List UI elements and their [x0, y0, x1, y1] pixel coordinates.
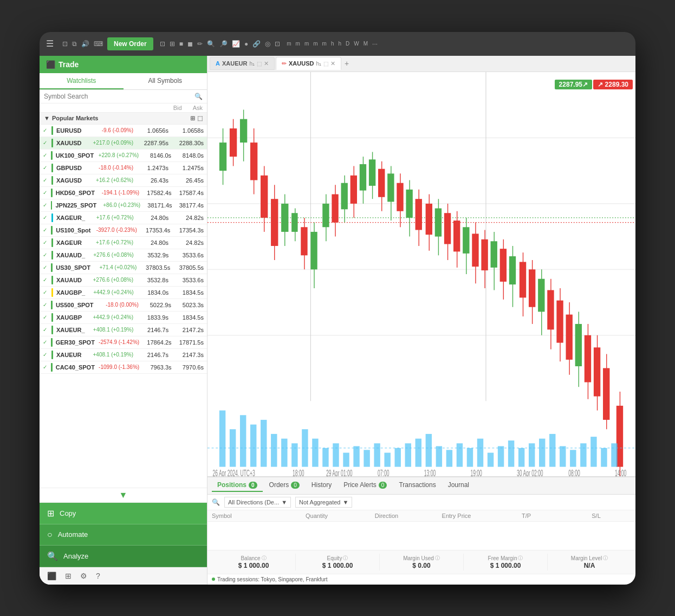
tab-history[interactable]: History [306, 479, 337, 492]
svg-rect-117 [467, 448, 473, 466]
timeframe-m2[interactable]: m [296, 41, 300, 47]
tab-price-alerts[interactable]: Price Alerts 0 [338, 479, 392, 492]
symbol-row[interactable]: ✓ XAUEUR +408.1 (+0.19%) 2146.7s 2147.3s [40, 349, 207, 361]
symbol-row[interactable]: ✓ EURUSD -9.6 (-0.09%) 1.0656s 1.0658s [40, 125, 207, 137]
symbol-row[interactable]: ✓ GER30_SPOT -2574.9 (-1.42%) 17864.2s 1… [40, 336, 207, 349]
expand-icon[interactable]: ⬚ [197, 115, 203, 122]
keyboard-icon[interactable]: ⌨ [94, 40, 103, 48]
tab-watchlists[interactable]: Watchlists [40, 73, 124, 89]
trade-icon: ⬛ [46, 60, 55, 69]
timeframe-m3[interactable]: m [304, 41, 309, 47]
symbol-row[interactable]: ✓ XAUAUD +276.6 (+0.08%) 3532.8s 3533.6s [40, 274, 207, 287]
timeframe-w[interactable]: W [354, 41, 359, 47]
symbol-row[interactable]: ✓ US100_Spot -3927.0 (-0.23%) 17353.4s 1… [40, 224, 207, 237]
timeframe-h[interactable]: h [331, 41, 334, 47]
tab-positions[interactable]: Positions 0 [212, 479, 263, 492]
scroll-down-arrow[interactable]: ▼ [40, 488, 207, 502]
svg-rect-99 [281, 438, 287, 466]
add-chart-tab[interactable]: + [342, 59, 351, 68]
close-icon-1[interactable]: ✕ [330, 60, 335, 67]
indicator-icon[interactable]: 📈 [232, 40, 240, 48]
symbol-row[interactable]: ✓ XAUEUR_ +408.1 (+0.19%) 2146.7s 2147.2… [40, 324, 207, 336]
detach-icon-0[interactable]: ⬚ [257, 61, 262, 67]
positions-badge: 0 [249, 482, 257, 489]
chart-type-icon[interactable]: ⊞ [65, 572, 72, 580]
search-icon[interactable]: 🔍 [194, 93, 203, 100]
timeframe-m1[interactable]: m [287, 41, 291, 47]
info-icon[interactable]: ⓘ [603, 555, 608, 562]
timeframe-m4[interactable]: m [313, 41, 317, 47]
close-icon-0[interactable]: ✕ [264, 60, 269, 67]
volume-icon[interactable]: 🔊 [81, 40, 89, 48]
eye-icon[interactable]: ◎ [265, 40, 270, 48]
help-icon[interactable]: ? [96, 572, 100, 580]
search-input[interactable] [44, 93, 192, 100]
chart-tab-xaueur[interactable]: A XAUEUR h₁ ⬚ ✕ [210, 57, 275, 70]
symbol-row[interactable]: ✓ XAUGBP_ +442.9 (+0.24%) 1834.0s 1834.5… [40, 287, 207, 299]
timeframe-m5[interactable]: m [322, 41, 327, 47]
tab-journal[interactable]: Journal [443, 479, 475, 492]
more-icon[interactable]: ··· [372, 40, 378, 48]
copy-action[interactable]: ⊞ Copy [40, 503, 207, 524]
svg-rect-72 [520, 262, 526, 297]
copy-icon[interactable]: ⧉ [72, 40, 77, 48]
chart-tab-xauusd[interactable]: ✏ XAUUSD h₁ ⬚ ✕ [276, 57, 341, 70]
symbol-row[interactable]: ✓ UK100_SPOT +220.8 (+0.27%) 8146.0s 814… [40, 150, 207, 162]
symbol-row[interactable]: ✓ XAGEUR +17.6 (+0.72%) 24.80s 24.82s [40, 237, 207, 249]
hamburger-icon[interactable]: ☰ [46, 38, 54, 49]
terminal-icon[interactable]: ⬛ [47, 572, 56, 580]
analyze-action[interactable]: 🔍 Analyze [40, 546, 207, 567]
tab-all-symbols[interactable]: All Symbols [124, 73, 207, 89]
analyze-action-icon: 🔍 [47, 551, 58, 561]
symbol-row[interactable]: ✓ CAC40_SPOT -1099.0 (-1.36%) 7963.3s 79… [40, 361, 207, 374]
new-order-button[interactable]: New Order [107, 37, 153, 50]
symbol-row[interactable]: ✓ US30_SPOT +71.4 (+0.02%) 37803.5s 3780… [40, 262, 207, 274]
symbol-row[interactable]: ✓ XAUAUD_ +276.6 (+0.08%) 3532.9s 3533.6… [40, 249, 207, 262]
screenshot-icon[interactable]: ⊡ [275, 40, 280, 48]
filter-icon[interactable]: 🔍 [212, 498, 220, 506]
info-icon[interactable]: ⓘ [435, 555, 440, 562]
grid-icon[interactable]: ⊞ [190, 115, 195, 122]
tab-transactions[interactable]: Transactions [393, 479, 441, 492]
check-icon: ✓ [43, 190, 49, 196]
symbol-row[interactable]: ✓ XAGEUR_ +17.6 (+0.72%) 24.80s 24.82s [40, 212, 207, 224]
detach-icon-1[interactable]: ⬚ [323, 61, 328, 67]
info-icon[interactable]: ⓘ [343, 555, 348, 562]
symbol-row[interactable]: ✓ US500_SPOT -18.0 (0.00%) 5022.9s 5023.… [40, 299, 207, 312]
symbol-row[interactable]: ✓ GBPUSD -18.0 (-0.14%) 1.2473s 1.2475s [40, 162, 207, 174]
check-icon: ✓ [43, 339, 49, 345]
info-icon[interactable]: ⓘ [262, 555, 267, 562]
chart-icon-2[interactable]: ⊞ [170, 40, 175, 48]
timeframe-d[interactable]: D [346, 41, 349, 47]
svg-rect-30 [322, 203, 329, 226]
edit-icon[interactable]: ✏ [197, 40, 203, 48]
price-label-red: ↗ 2289.30 [593, 80, 633, 89]
search-icon-2[interactable]: 🔎 [219, 40, 228, 48]
timeframe-mo[interactable]: M [364, 41, 368, 47]
svg-rect-108 [374, 443, 380, 466]
monitor-icon[interactable]: ⊡ [62, 40, 68, 48]
symbol-row[interactable]: ✓ XAUGBP +442.9 (+0.24%) 1833.9s 1834.5s [40, 312, 207, 324]
candle-icon[interactable]: ◼ [187, 40, 193, 48]
automate-action[interactable]: ○ Automate [40, 524, 207, 546]
link-icon[interactable]: 🔗 [252, 40, 261, 48]
ask-value: 1.0658s [168, 127, 204, 134]
settings-icon[interactable]: ⚙ [80, 572, 87, 580]
search-icon-1[interactable]: 🔍 [207, 40, 215, 48]
chart-icon-3[interactable]: ■ [179, 40, 183, 48]
info-icon[interactable]: ⓘ [518, 555, 523, 562]
symbol-row[interactable]: ✓ XAUUSD +217.0 (+0.09%) 2287.95s 2288.3… [40, 137, 207, 150]
tab-orders[interactable]: Orders 0 [264, 479, 305, 492]
symbol-row[interactable]: ✓ HKD50_SPOT -194.1 (-1.09%) 17582.4s 17… [40, 187, 207, 199]
social-icon[interactable]: ● [244, 40, 248, 48]
stat-value: $ 1 000.00 [238, 562, 269, 569]
bid-value: 17582.4s [139, 190, 171, 196]
chart-icon-1[interactable]: ⊡ [160, 40, 165, 48]
aggregated-select[interactable]: Not Aggregated ▼ [295, 497, 352, 508]
svg-rect-119 [488, 452, 494, 466]
symbol-row[interactable]: ✓ JPN225_SPOT +86.0 (+0.23%) 38171.4s 38… [40, 199, 207, 212]
symbol-row[interactable]: ✓ XAGUSD +16.2 (+0.62%) 26.43s 26.45s [40, 174, 207, 187]
direction-select[interactable]: All Directions (De... ▼ [224, 497, 291, 508]
color-bar [51, 301, 53, 309]
timeframe-h2[interactable]: h [338, 41, 341, 47]
